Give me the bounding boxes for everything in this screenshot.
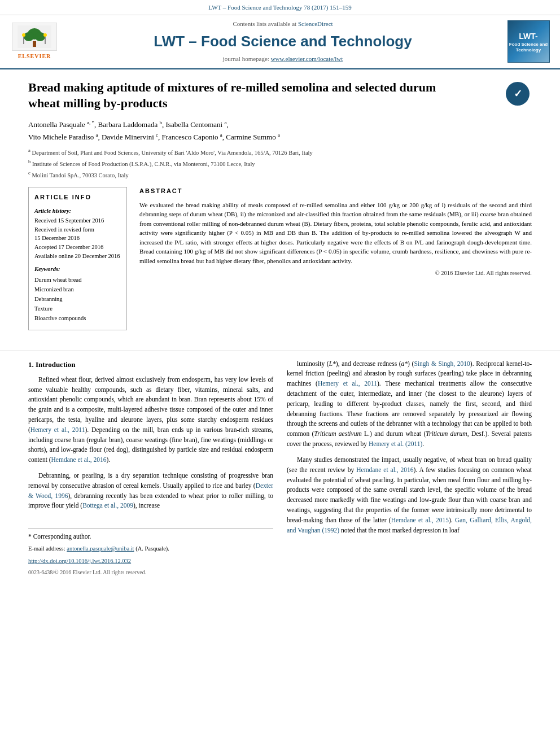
journal-homepage-line: journal homepage: www.elsevier.com/locat… <box>67 55 499 64</box>
svg-point-8 <box>43 33 47 37</box>
journal-citation-bar: LWT – Food Science and Technology 78 (20… <box>0 0 560 15</box>
history-label: Article history: <box>34 207 121 215</box>
svg-point-2 <box>24 32 34 41</box>
author-1-sup: a, * <box>87 120 94 125</box>
keyword-3: Debranning <box>34 295 121 303</box>
keywords-section: Keywords: Durum wheat bread Micronized b… <box>34 265 121 322</box>
lwt-logo-block: LWT- Food Science and Technology <box>506 20 551 63</box>
homepage-prefix: journal homepage: <box>223 55 271 62</box>
corresponding-note: * Corresponding author. <box>28 532 273 542</box>
crossmark-badge[interactable]: ✓ <box>504 80 532 108</box>
keywords-label: Keywords: <box>34 265 121 273</box>
intro-paragraph-2: Debranning, or pearling, is a dry separa… <box>28 471 273 511</box>
author-7: Carmine Summo a <box>226 133 280 141</box>
svg-text:✓: ✓ <box>514 88 522 99</box>
author-6: Francesco Caponio a, <box>162 133 225 141</box>
revised-date: 15 December 2016 <box>34 234 121 243</box>
intro-heading: 1. Introduction <box>28 359 273 370</box>
svg-rect-5 <box>23 36 24 44</box>
author-3: Isabella Centomani a, <box>166 120 229 129</box>
abstract-text: We evaluated the bread making ability of… <box>139 200 532 266</box>
elsevier-image <box>12 23 57 51</box>
homepage-link[interactable]: www.elsevier.com/locate/lwt <box>271 55 343 62</box>
affiliations-block: a Department of Soil, Plant and Food Sci… <box>28 147 532 180</box>
email-link[interactable]: antonella.pasquale@uniba.it <box>67 545 134 552</box>
intro-paragraph-1: Refined wheat flour, derived almost excl… <box>28 375 273 465</box>
svg-rect-7 <box>45 36 46 44</box>
cite-hemery-2011-2[interactable]: Hemery et al., 2011 <box>318 380 377 387</box>
journal-center-block: Contents lists available at ScienceDirec… <box>67 20 499 64</box>
footer-notes: * Corresponding author. E-mail address: … <box>28 528 273 576</box>
author-7-sup: a <box>278 132 280 138</box>
svg-rect-4 <box>33 41 36 47</box>
cite-hemery-2011-3[interactable]: Hemery et al. (2011) <box>369 440 422 447</box>
right-paragraph-1: luminosity (L*), and decrease redness (a… <box>287 359 532 449</box>
crossmark-icon: ✓ <box>506 82 530 106</box>
journal-citation: LWT – Food Science and Technology 78 (20… <box>208 4 351 11</box>
abstract-heading: ABSTRACT <box>139 187 532 196</box>
affiliation-3: c Molini Tandoi SpA., 70033 Corato, Ital… <box>28 169 532 180</box>
doi-link[interactable]: http://dx.doi.org/10.1016/j.lwt.2016.12.… <box>28 557 273 566</box>
article-info-column: ARTICLE INFO Article history: Received 1… <box>28 187 127 330</box>
received-date: Received 15 September 2016 <box>34 217 121 225</box>
sciencedirect-line: Contents lists available at ScienceDirec… <box>67 20 499 29</box>
abstract-box: ABSTRACT We evaluated the bread making a… <box>139 187 532 278</box>
elsevier-wordmark: ELSEVIER <box>18 53 51 61</box>
author-4: Vito Michele Paradiso a, <box>28 133 100 141</box>
affiliation-2: b Institute of Sciences of Food Producti… <box>28 158 532 168</box>
email-line: E-mail address: antonella.pasquale@uniba… <box>28 544 273 553</box>
cite-hemdane-2015[interactable]: Hemdane et al., 2015 <box>391 517 449 523</box>
abstract-column: ABSTRACT We evaluated the bread making a… <box>139 187 532 330</box>
author-6-sup: a <box>220 132 222 138</box>
available-online: Available online 20 December 2016 <box>34 252 121 261</box>
journal-title-banner: LWT – Food Science and Technology <box>67 31 499 53</box>
article-info-box: ARTICLE INFO Article history: Received 1… <box>28 187 127 330</box>
author-2-sup: b <box>160 120 163 125</box>
body-left-column: 1. Introduction Refined wheat flour, der… <box>28 359 273 577</box>
section-divider <box>0 351 560 351</box>
body-content: 1. Introduction Refined wheat flour, der… <box>0 359 560 577</box>
svg-point-3 <box>35 32 45 41</box>
keyword-5: Bioactive compounds <box>34 314 121 322</box>
authors-line: Antonella Pasquale a, *, Barbara Laddoma… <box>28 119 532 143</box>
accepted-date: Accepted 17 December 2016 <box>34 243 121 252</box>
affiliation-1: a Department of Soil, Plant and Food Sci… <box>28 147 532 157</box>
author-4-sup: a <box>95 132 98 138</box>
cite-hemdane-2016-1[interactable]: Hemdane et al., 2016 <box>51 456 107 463</box>
keyword-2: Micronized bran <box>34 285 121 294</box>
received-revised-label: Received in revised form <box>34 226 121 234</box>
article-title: Bread making aptitude of mixtures of re-… <box>28 80 498 112</box>
body-right-column: luminosity (L*), and decrease redness (a… <box>287 359 532 577</box>
sciencedirect-link[interactable]: ScienceDirect <box>298 20 333 27</box>
keyword-4: Texture <box>34 304 121 313</box>
cite-hemery-2011-1[interactable]: Hemery et al., 2011 <box>30 426 85 433</box>
lwt-logo: LWT- Food Science and Technology <box>508 20 550 63</box>
journal-banner: ELSEVIER Contents lists available at Sci… <box>0 15 560 69</box>
svg-point-6 <box>22 33 25 37</box>
cite-singh-2010[interactable]: Singh & Singh, 2010 <box>414 360 470 367</box>
author-2: Barbara Laddomada b, <box>98 120 164 129</box>
copyright-line: © 2016 Elsevier Ltd. All rights reserved… <box>139 269 532 277</box>
author-3-sup: a <box>224 120 226 125</box>
sciencedirect-prefix: Contents lists available at <box>233 20 298 27</box>
author-5-sup: c <box>156 132 158 138</box>
article-info-abstract-section: ARTICLE INFO Article history: Received 1… <box>28 187 532 330</box>
article-content: Bread making aptitude of mixtures of re-… <box>0 69 560 340</box>
cite-bottega[interactable]: Bottega et al., 2009 <box>82 502 133 509</box>
author-1: Antonella Pasquale a, *, <box>28 120 96 129</box>
article-info-heading: ARTICLE INFO <box>34 193 121 202</box>
keyword-1: Durum wheat bread <box>34 276 121 284</box>
author-5: Davide Minervini c, <box>102 133 160 141</box>
issn-line: 0023-6438/© 2016 Elsevier Ltd. All right… <box>28 568 273 577</box>
right-paragraph-2: Many studies demonstrated the impact, us… <box>287 455 532 536</box>
elsevier-logo-block: ELSEVIER <box>9 23 60 61</box>
cite-dexter-wood[interactable]: Dexter & Wood, 1996 <box>28 482 273 499</box>
cite-hemdane-2016-2[interactable]: Hemdane et al., 2016 <box>356 466 413 473</box>
